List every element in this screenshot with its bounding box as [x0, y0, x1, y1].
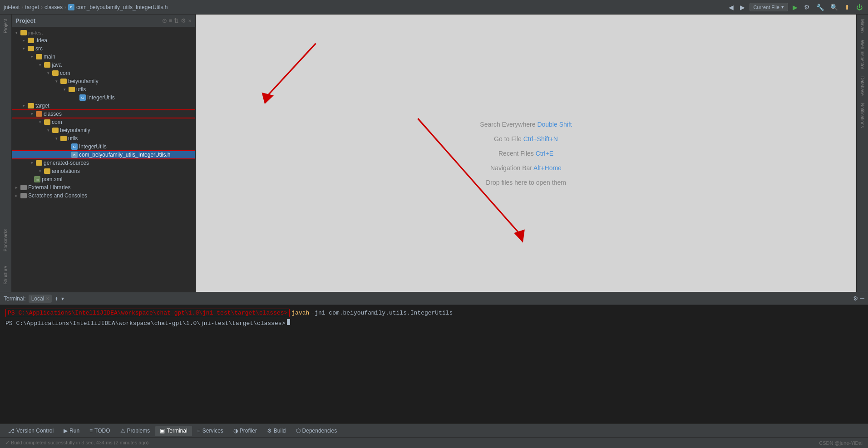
bookmarks-strip-label[interactable]: Bookmarks — [3, 226, 8, 254]
top-bar: jni-test › target › classes › h com_beiy… — [0, 0, 868, 15]
tree-item-idea[interactable]: ▸ .idea — [12, 36, 195, 44]
arrow-icon: ▾ — [21, 46, 26, 51]
notifications-label[interactable]: Notifications — [860, 100, 865, 130]
problems-icon: ⚠ — [120, 428, 125, 434]
arrow-icon: ▾ — [62, 87, 67, 92]
right-strip: Maven Web Inspector Database Notificatio… — [856, 15, 868, 292]
arrow-icon: ▾ — [54, 79, 59, 84]
breadcrumb-item-4[interactable]: com_beiyoufamily_utils_IntegerUtils.h — [76, 4, 168, 10]
hint-goto-file: Go to File Ctrl+Shift+N — [494, 135, 558, 143]
terminal-content[interactable]: PS C:\Applications\IntelliJIDEA\workspac… — [0, 305, 868, 423]
folder-icon — [36, 160, 42, 166]
tab-todo[interactable]: ≡ TODO — [85, 426, 114, 436]
arrow-icon: ▸ — [14, 185, 19, 190]
tab-build[interactable]: ⚙ Build — [262, 426, 291, 436]
run-icon: ▶ — [64, 428, 68, 434]
power-button[interactable]: ⏻ — [854, 3, 864, 12]
tree-item-classes[interactable]: ▾ classes — [12, 110, 195, 118]
maven-label[interactable]: Maven — [860, 16, 865, 35]
tab-version-control[interactable]: ⎇ Version Control — [4, 426, 58, 436]
run-button[interactable]: ▶ — [791, 3, 799, 12]
tree-item-beiyoufamily2[interactable]: ▾ beiyoufamily — [12, 126, 195, 134]
tab-services-label: Services — [202, 428, 223, 434]
terminal-label: Terminal: — [4, 295, 26, 302]
structure-strip-label[interactable]: Structure — [3, 263, 8, 287]
scratches-icon — [20, 193, 27, 198]
terminal-tab-local[interactable]: Local × — [29, 295, 52, 303]
folder-icon — [69, 87, 75, 92]
gear-icon[interactable]: ⚙ — [181, 17, 186, 24]
terminal-close-icon[interactable]: × — [46, 295, 49, 302]
collapse-icon[interactable]: ≡ — [169, 17, 173, 24]
folder-icon — [44, 168, 50, 174]
tree-item-jni-test[interactable]: ▾ jni-test — [12, 29, 195, 36]
left-strip: Project Bookmarks Structure — [0, 15, 12, 292]
tab-services[interactable]: ○ Services — [193, 426, 228, 436]
tree-item-h-file[interactable]: h com_beiyoufamily_utils_IntegerUtils.h — [12, 151, 195, 159]
tree-item-pom[interactable]: m pom.xml — [12, 175, 195, 183]
expand-icon[interactable]: ⇅ — [174, 17, 179, 24]
folder-icon — [20, 30, 27, 35]
tree-item-utils2[interactable]: ▾ utils — [12, 134, 195, 143]
tab-profiler[interactable]: ◑ Profiler — [229, 426, 261, 436]
tree-item-beiyoufamily[interactable]: ▾ beiyoufamily — [12, 77, 195, 85]
breadcrumb: jni-test › target › classes › h com_beiy… — [4, 4, 168, 10]
status-attribution: CSDN @june-YiDai — [819, 440, 863, 446]
project-panel: Project ⊙ ≡ ⇅ ⚙ × ▾ jni-test ▸ .idea — [12, 15, 196, 292]
tree-item-integerutils-src[interactable]: C IntegerUtils — [12, 94, 195, 102]
forward-button[interactable]: ▶ — [738, 3, 747, 12]
update-button[interactable]: ⬆ — [843, 3, 852, 12]
current-file-button[interactable]: Current File ▾ — [750, 3, 788, 11]
profiler-icon: ◑ — [233, 428, 238, 434]
arrow-icon: ▾ — [29, 54, 35, 59]
tree-item-annotations[interactable]: ▾ annotations — [12, 167, 195, 175]
terminal-line-1: PS C:\Applications\IntelliJIDEA\workspac… — [5, 309, 863, 317]
tree-item-main[interactable]: ▾ main — [12, 53, 195, 61]
terminal-add-button[interactable]: + — [54, 295, 58, 302]
tree-item-java[interactable]: ▾ java — [12, 61, 195, 69]
h-file-icon: h — [71, 152, 78, 158]
terminal-dropdown-button[interactable]: ▾ — [61, 295, 64, 302]
tree-item-generated-sources[interactable]: ▾ generated-sources — [12, 159, 195, 167]
tab-terminal[interactable]: ▣ Terminal — [155, 426, 192, 436]
tree-item-utils[interactable]: ▾ utils — [12, 85, 195, 94]
tree-item-com2[interactable]: ▾ com — [12, 118, 195, 126]
search-button[interactable]: 🔍 — [829, 3, 840, 12]
editor-welcome-screen: Search Everywhere Double Shift Go to Fil… — [196, 15, 856, 292]
bottom-tab-bar: ⎇ Version Control ▶ Run ≡ TODO ⚠ Problem… — [0, 423, 868, 437]
terminal-settings-icon[interactable]: ⚙ — [853, 295, 858, 302]
breadcrumb-item-3[interactable]: classes — [44, 4, 63, 10]
ext-libs-icon — [20, 185, 27, 190]
web-inspector-label[interactable]: Web Inspector — [860, 37, 865, 72]
tree-item-target[interactable]: ▾ target — [12, 102, 195, 110]
tab-run[interactable]: ▶ Run — [59, 426, 84, 436]
build-icon: ⚙ — [267, 428, 272, 434]
tree-item-integerutils2[interactable]: C IntegerUtils — [12, 143, 195, 151]
hint-recent-files: Recent Files Ctrl+E — [498, 150, 553, 157]
folder-icon — [28, 46, 34, 51]
tab-terminal-label: Terminal — [167, 428, 187, 434]
tab-problems[interactable]: ⚠ Problems — [116, 426, 155, 436]
close-icon[interactable]: × — [188, 17, 192, 24]
tree-item-ext-libs[interactable]: ▸ External Libraries — [12, 183, 195, 192]
file-icon-h: h — [68, 4, 74, 10]
settings-button[interactable]: 🔧 — [814, 3, 826, 12]
terminal-minimize-icon[interactable]: ─ — [860, 295, 864, 302]
breadcrumb-item-2[interactable]: target — [25, 4, 39, 10]
build-button[interactable]: ⚙ — [802, 3, 812, 12]
arrow-icon: ▸ — [21, 38, 26, 43]
project-strip-label[interactable]: Project — [3, 16, 8, 36]
tree-item-scratches[interactable]: ▸ Scratches and Consoles — [12, 192, 195, 200]
database-label[interactable]: Database — [860, 74, 865, 98]
top-right-actions: ◀ ▶ Current File ▾ ▶ ⚙ 🔧 🔍 ⬆ ⏻ — [727, 3, 864, 12]
sync-icon[interactable]: ⊙ — [162, 17, 167, 24]
breadcrumb-item-1[interactable]: jni-test — [4, 4, 20, 10]
terminal-header: Terminal: Local × + ▾ ⚙ ─ — [0, 292, 868, 305]
hint-nav-bar: Navigation Bar Alt+Home — [490, 164, 562, 172]
arrow-icon: ▾ — [21, 103, 26, 108]
back-button[interactable]: ◀ — [727, 3, 735, 12]
tab-dependencies[interactable]: ⬡ Dependencies — [291, 426, 342, 436]
tree-item-src[interactable]: ▾ src — [12, 44, 195, 53]
chevron-down-icon: ▾ — [781, 4, 784, 10]
tree-item-com[interactable]: ▾ com — [12, 69, 195, 77]
